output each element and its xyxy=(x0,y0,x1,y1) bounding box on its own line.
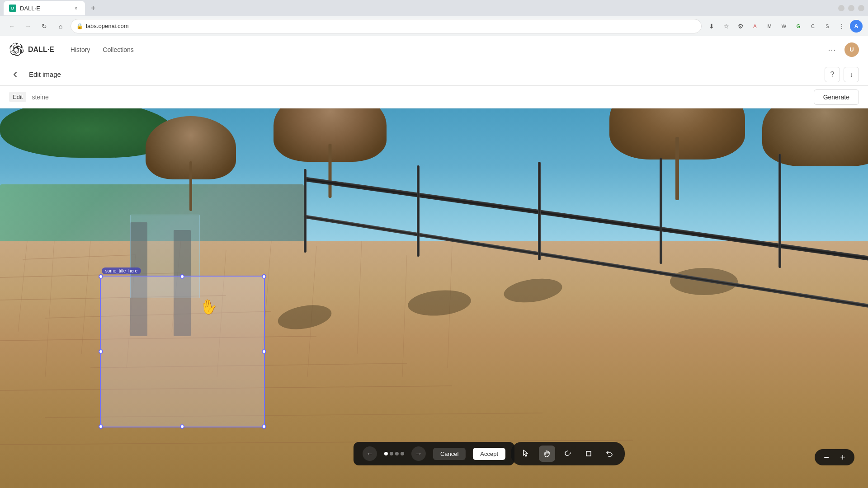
svg-line-1 xyxy=(23,255,136,259)
selection-handle-br[interactable] xyxy=(262,424,266,429)
svg-line-17 xyxy=(357,241,362,354)
openai-logo-icon xyxy=(9,42,24,57)
svg-line-11 xyxy=(81,241,90,354)
browser-toolbar-icons: ⬇ ☆ ⚙ A M W G C S ⋮ A xyxy=(705,20,863,33)
tools-bar xyxy=(511,442,625,465)
nav-collections[interactable]: Collections xyxy=(97,43,139,56)
svg-line-9 xyxy=(18,241,27,332)
undo-tool-button[interactable] xyxy=(601,446,618,462)
help-button[interactable]: ? xyxy=(825,67,840,82)
selection-handle-tm[interactable] xyxy=(180,274,184,279)
profile-ext6[interactable]: S xyxy=(821,20,834,33)
reload-button[interactable]: ↻ xyxy=(38,20,51,33)
window-minimize-button[interactable] xyxy=(838,5,844,11)
app-header-actions: ⋯ U xyxy=(825,42,859,57)
dots-indicator xyxy=(384,452,404,455)
browser-title-bar: D DALL·E × + xyxy=(0,0,868,16)
svg-line-18 xyxy=(402,255,407,377)
railing-post-5 xyxy=(778,154,781,268)
prompt-input[interactable] xyxy=(32,94,808,101)
selection-handle-bl[interactable] xyxy=(99,424,103,429)
nav-history[interactable]: History xyxy=(65,43,96,56)
more-options-button[interactable]: ⋯ xyxy=(825,42,839,57)
url-text: labs.openai.com xyxy=(86,23,129,29)
window-maximize-button[interactable] xyxy=(848,5,854,11)
extensions-icon[interactable]: ⬇ xyxy=(705,20,718,33)
selection-handle-tl[interactable] xyxy=(99,274,103,279)
app-logo-text: DALL·E xyxy=(28,46,54,54)
selection-box[interactable]: some_title_here xyxy=(100,276,265,427)
profile-ext5[interactable]: C xyxy=(807,20,819,33)
browser-toolbar: ← → ↻ ⌂ 🔒 labs.openai.com ⬇ ☆ ⚙ A M W G … xyxy=(0,16,868,36)
dot-1 xyxy=(384,452,388,455)
navigation-toolbar: ← → Cancel Accept xyxy=(354,442,514,465)
back-button[interactable]: ← xyxy=(5,20,18,33)
next-button[interactable]: → xyxy=(411,446,426,461)
tab-favicon: D xyxy=(9,5,16,12)
select-tool-button[interactable] xyxy=(518,446,534,462)
railing-post-3 xyxy=(538,162,541,260)
profile-ext2[interactable]: M xyxy=(763,20,776,33)
window-close-button[interactable] xyxy=(858,5,864,11)
beach-scene: some_title_here ✋ xyxy=(0,108,868,488)
zoom-in-button[interactable]: + xyxy=(837,452,848,463)
profile-ext3[interactable]: W xyxy=(778,20,790,33)
new-tab-button[interactable]: + xyxy=(87,2,99,14)
railing-post-2 xyxy=(417,165,420,257)
profile-ext1[interactable]: A xyxy=(749,20,761,33)
back-button[interactable] xyxy=(9,68,22,81)
image-container: some_title_here ✋ xyxy=(0,108,868,488)
home-button[interactable]: ⌂ xyxy=(54,20,67,33)
dot-4 xyxy=(401,452,404,455)
selection-handle-mr[interactable] xyxy=(262,349,266,354)
selection-handle-tr[interactable] xyxy=(262,274,266,279)
app-frame: DALL·E History Collections ⋯ U Edit imag… xyxy=(0,36,868,488)
more-tools-button[interactable]: ⋮ xyxy=(835,20,848,33)
hand-tool-button[interactable] xyxy=(539,446,555,462)
lasso-tool-button[interactable] xyxy=(560,446,576,462)
app-nav: History Collections xyxy=(65,43,139,56)
crop-tool-button[interactable] xyxy=(580,446,597,462)
railing-post-4 xyxy=(660,158,662,264)
selection-label: some_title_here xyxy=(102,267,141,274)
edit-image-title: Edit image xyxy=(29,70,61,78)
edit-toolbar: Edit image ? ↓ xyxy=(0,63,868,86)
railing-post-1 xyxy=(304,169,307,253)
tab-label: DALL·E xyxy=(20,5,69,12)
app-header: DALL·E History Collections ⋯ U xyxy=(0,36,868,63)
download-button[interactable]: ↓ xyxy=(844,67,859,82)
dot-2 xyxy=(390,452,393,455)
lock-icon: 🔒 xyxy=(76,23,83,29)
svg-line-10 xyxy=(45,241,54,377)
browser-tab[interactable]: D DALL·E × xyxy=(4,1,85,15)
prompt-bar: Edit Generate xyxy=(0,86,868,108)
generate-button[interactable]: Generate xyxy=(814,89,859,105)
zoom-out-button[interactable]: − xyxy=(821,452,832,463)
umbrella-3 xyxy=(609,108,745,160)
tab-close-button[interactable]: × xyxy=(72,5,80,12)
profile-ext4[interactable]: G xyxy=(792,20,805,33)
zoom-controls: − + xyxy=(815,449,854,465)
user-profile-button[interactable]: A xyxy=(850,20,863,33)
edit-tab[interactable]: Edit xyxy=(9,92,26,102)
prev-button[interactable]: ← xyxy=(363,446,377,461)
umbrella-4 xyxy=(762,108,868,166)
cancel-button[interactable]: Cancel xyxy=(433,448,466,460)
bookmark-icon[interactable]: ☆ xyxy=(720,20,732,33)
address-bar[interactable]: 🔒 labs.openai.com xyxy=(71,19,702,33)
accept-button[interactable]: Accept xyxy=(473,448,505,460)
forward-button[interactable]: → xyxy=(22,20,34,33)
svg-rect-20 xyxy=(586,451,591,456)
extensions-menu[interactable]: ⚙ xyxy=(734,20,747,33)
selection-handle-bm[interactable] xyxy=(180,424,184,429)
selection-handle-ml[interactable] xyxy=(99,349,103,354)
app-logo: DALL·E xyxy=(9,42,54,57)
umbrella-2 xyxy=(274,108,387,162)
umbrella-1 xyxy=(146,116,236,179)
user-avatar[interactable]: U xyxy=(844,42,859,57)
dot-3 xyxy=(395,452,399,455)
main-content: Edit image ? ↓ Edit Generate xyxy=(0,63,868,488)
